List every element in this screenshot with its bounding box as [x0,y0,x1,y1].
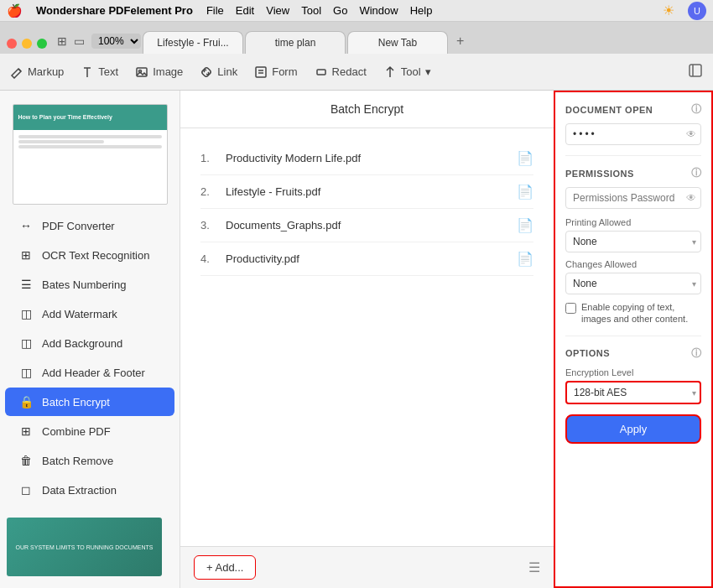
file-name: Documents_Graphs.pdf [226,219,517,232]
svg-rect-5 [256,67,266,77]
menu-edit[interactable]: Edit [236,4,254,17]
files-panel: 1. Productivity Modern Life.pdf 📄 2. Lif… [180,128,554,546]
permissions-password-eye-icon[interactable]: 👁 [686,192,696,204]
toolbar-link[interactable]: Link [200,65,237,79]
permissions-password-input[interactable] [565,187,701,209]
bottom-thumbnail: OUR SYSTEM LIMITS TO RUNNING DOCUMENTS [0,511,180,583]
tab-bar: ⊞ ▭ 100% 75% 125% 150% Lifestyle - Frui.… [0,22,713,54]
sidebar-toggle-button[interactable] [688,63,703,81]
bottom-thumb-text: OUR SYSTEM LIMITS TO RUNNING DOCUMENTS [13,541,157,554]
file-number: 1. [200,152,226,164]
batch-encrypt-icon: 🔒 [18,395,34,408]
table-row: 1. Productivity Modern Life.pdf 📄 [200,142,533,175]
menu-tool[interactable]: Tool [301,4,321,17]
maximize-button[interactable] [37,39,47,49]
avatar[interactable]: U [688,2,706,20]
notification-icon[interactable]: ☀ [663,3,674,18]
watermark-icon: ◫ [18,307,34,320]
sidebar-item-label: OCR Text Recognition [42,249,149,262]
section-divider [565,155,701,156]
menu-icon[interactable]: ☰ [528,559,540,575]
document-password-eye-icon[interactable]: 👁 [686,128,696,140]
tab-newtab[interactable]: New Tab [347,31,448,54]
file-type-icon: 📄 [517,150,533,166]
grid-view-icon[interactable]: ⊞ [57,34,67,48]
tab-lifestyle[interactable]: Lifestyle - Frui... [143,31,243,54]
add-tab-button[interactable]: + [450,34,471,49]
sidebar-item-label: Add Header & Footer [42,367,145,379]
bates-icon: ☰ [18,278,34,291]
sidebar-item-background[interactable]: ◫ Add Background [5,329,174,357]
sidebar-item-label: Data Extraction [42,484,117,497]
file-type-icon: 📄 [517,184,533,200]
toolbar-tool[interactable]: Tool ▾ [383,65,431,79]
menu-go[interactable]: Go [333,4,347,17]
sidebar-item-bates[interactable]: ☰ Bates Numbering [5,270,174,299]
zoom-select[interactable]: 100% 75% 125% 150% [91,34,141,49]
printing-allowed-label: Printing Allowed [565,217,701,227]
add-button-label: + Add... [206,561,243,574]
sidebar-item-watermark[interactable]: ◫ Add Watermark [5,299,174,328]
document-password-input[interactable] [565,123,701,145]
changes-allowed-select[interactable]: None Insert/Delete/Rotate Pages Fill in … [565,273,701,294]
minimize-button[interactable] [22,39,32,49]
table-row: 3. Documents_Graphs.pdf 📄 [200,209,533,242]
thumbnail-body [13,130,167,154]
apple-menu[interactable]: 🍎 [7,3,23,18]
toolbar-redact[interactable]: Redact [315,65,367,79]
sidebar-item-combine-pdf[interactable]: ⊞ Combine PDF [5,417,174,445]
sidebar-item-label: Batch Encrypt [42,396,110,408]
toolbar-image[interactable]: Image [135,65,183,79]
section-divider-2 [565,336,701,336]
sidebar-item-batch-encrypt[interactable]: 🔒 Batch Encrypt [5,388,174,416]
sidebar-item-header-footer[interactable]: ◫ Add Header & Footer [5,358,174,387]
sidebar-item-label: Add Background [42,337,122,350]
add-button[interactable]: + Add... [194,555,256,580]
toolbar-text[interactable]: Text [81,65,118,79]
encryption-level-select[interactable]: 128-bit AES 256-bit AES 40-bit RC4 128-b… [565,381,701,404]
menu-window[interactable]: Window [359,4,398,17]
file-type-icon: 📄 [517,251,533,267]
header-footer-icon: ◫ [18,366,34,379]
panel-toggle-icon[interactable]: ▭ [74,34,85,48]
file-number: 4. [200,252,226,265]
menu-file[interactable]: File [206,4,224,17]
ocr-icon: ⊞ [18,248,34,262]
toolbar-markup[interactable]: Markup [10,65,64,79]
permissions-header: PERMISSIONS ⓘ [565,166,701,180]
combine-pdf-icon: ⊞ [18,424,34,438]
options-title: OPTIONS [565,348,610,358]
sidebar-item-batch-remove[interactable]: 🗑 Batch Remove [5,446,174,475]
printing-allowed-select[interactable]: None Low Resolution High Resolution [565,231,701,252]
toolbar: Markup Text Image Link Form Redact Tool … [0,54,713,91]
options-info-icon[interactable]: ⓘ [691,346,702,361]
svg-line-0 [18,69,21,71]
menu-items: File Edit View Tool Go Window Help [206,4,433,17]
document-open-title: DOCUMENT OPEN [565,105,653,115]
apply-button[interactable]: Apply [565,414,701,444]
traffic-lights [7,39,47,49]
document-thumbnail: How to Plan your Time Effectively [13,104,168,205]
encryption-level-dropdown-wrapper: 128-bit AES 256-bit AES 40-bit RC4 128-b… [565,381,701,404]
file-name: Productivity Modern Life.pdf [226,152,517,164]
thumbnail-line [18,140,105,143]
menu-help[interactable]: Help [410,4,433,17]
sidebar-item-pdf-converter[interactable]: ↔ PDF Converter [5,211,174,240]
document-open-info-icon[interactable]: ⓘ [691,102,702,117]
permissions-info-icon[interactable]: ⓘ [691,166,702,180]
apply-button-label: Apply [620,423,648,435]
content-footer: + Add... ☰ [180,546,554,588]
copy-content-checkbox[interactable] [565,303,576,314]
sidebar-item-data-extraction[interactable]: ◻ Data Extraction [5,476,174,504]
sidebar-item-label: Add Watermark [42,308,117,320]
tab-timeplan[interactable]: time plan [245,31,346,54]
changes-allowed-label: Changes Allowed [565,259,701,269]
batch-encrypt-title: Batch Encrypt [330,102,403,116]
menu-view[interactable]: View [266,4,289,17]
table-row: 4. Productivity.pdf 📄 [200,242,533,276]
toolbar-form[interactable]: Form [254,65,297,79]
svg-rect-9 [690,65,701,76]
sidebar-item-ocr[interactable]: ⊞ OCR Text Recognition [5,241,174,269]
pdf-converter-icon: ↔ [18,219,34,232]
close-button[interactable] [7,39,17,49]
